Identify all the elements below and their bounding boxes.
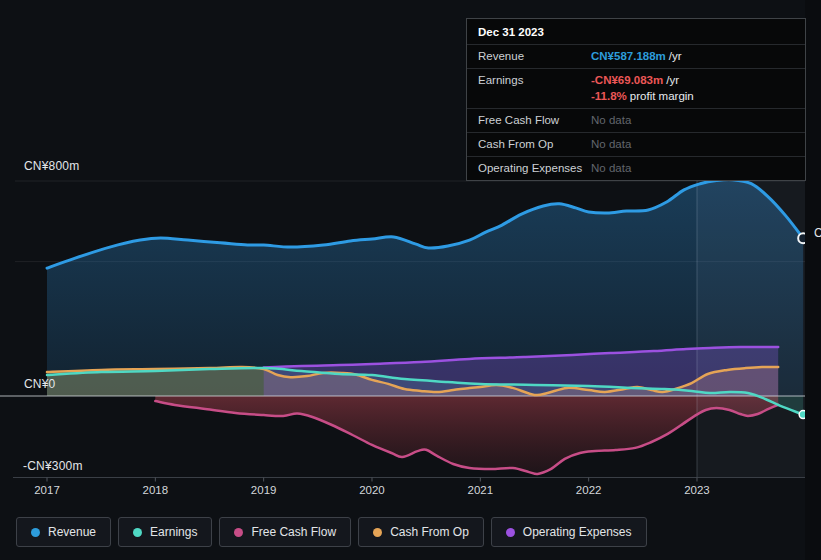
fcf-value: No data: [591, 114, 631, 126]
legend-label: Operating Expenses: [523, 525, 632, 539]
clipped-value-label: C: [814, 226, 821, 240]
chart-legend: Revenue Earnings Free Cash Flow Cash Fro…: [16, 517, 647, 547]
y-axis-label-800m: CN¥800m: [24, 159, 79, 173]
earnings-dot-icon: [133, 528, 142, 537]
x-axis-label-2017: 2017: [34, 484, 60, 496]
tooltip-row-operating-expenses: Operating Expenses No data: [467, 156, 805, 180]
cash-from-op-dot-icon: [373, 528, 382, 537]
profit-margin-text: profit margin: [630, 90, 694, 102]
legend-toggle-free-cash-flow[interactable]: Free Cash Flow: [219, 517, 351, 547]
legend-label: Revenue: [48, 525, 96, 539]
legend-label: Earnings: [150, 525, 197, 539]
tooltip-row-earnings: Earnings -CN¥69.083m/yr -11.8%profit mar…: [467, 68, 805, 108]
x-axis-label-2018: 2018: [143, 484, 169, 496]
tooltip-label: Free Cash Flow: [478, 112, 591, 128]
tooltip-date: Dec 31 2023: [467, 19, 805, 45]
free-cash-flow-dot-icon: [234, 528, 243, 537]
x-axis-label-2019: 2019: [251, 484, 277, 496]
earnings-unit: /yr: [666, 74, 679, 86]
x-axis-label-2023: 2023: [684, 484, 710, 496]
profit-margin-value: -11.8%: [591, 90, 627, 102]
tooltip-label: Earnings: [478, 72, 591, 88]
y-axis-label-zero: CN¥0: [24, 377, 55, 391]
legend-label: Free Cash Flow: [251, 525, 336, 539]
x-axis-label-2022: 2022: [576, 484, 602, 496]
legend-toggle-cash-from-op[interactable]: Cash From Op: [358, 517, 484, 547]
tooltip-label: Operating Expenses: [478, 160, 591, 176]
tooltip-row-free-cash-flow: Free Cash Flow No data: [467, 108, 805, 132]
revenue-value: CN¥587.188m: [591, 50, 666, 62]
recent-period-highlight: [697, 162, 805, 478]
operating-expenses-dot-icon: [506, 528, 515, 537]
legend-toggle-earnings[interactable]: Earnings: [118, 517, 212, 547]
earnings-value: -CN¥69.083m: [591, 74, 663, 86]
legend-toggle-operating-expenses[interactable]: Operating Expenses: [491, 517, 647, 547]
tooltip-label: Revenue: [478, 48, 591, 64]
y-axis-label-neg300m: -CN¥300m: [23, 459, 83, 473]
data-tooltip: Dec 31 2023 Revenue CN¥587.188m/yr Earni…: [466, 18, 806, 181]
x-axis-label-2021: 2021: [468, 484, 494, 496]
legend-toggle-revenue[interactable]: Revenue: [16, 517, 111, 547]
tooltip-row-revenue: Revenue CN¥587.188m/yr: [467, 45, 805, 68]
x-axis-label-2020: 2020: [359, 484, 385, 496]
opex-value: No data: [591, 162, 631, 174]
tooltip-row-cash-from-op: Cash From Op No data: [467, 132, 805, 156]
legend-label: Cash From Op: [390, 525, 469, 539]
tooltip-label: Cash From Op: [478, 136, 591, 152]
chart-right-margin-band: [805, 0, 821, 560]
revenue-unit: /yr: [669, 50, 682, 62]
earnings-revenue-history-chart[interactable]: CN¥800m CN¥0 -CN¥300m 2017 2018 2019 202…: [0, 0, 821, 560]
free-cash-flow-area: [155, 396, 778, 474]
cash-from-op-value: No data: [591, 138, 631, 150]
revenue-dot-icon: [31, 528, 40, 537]
